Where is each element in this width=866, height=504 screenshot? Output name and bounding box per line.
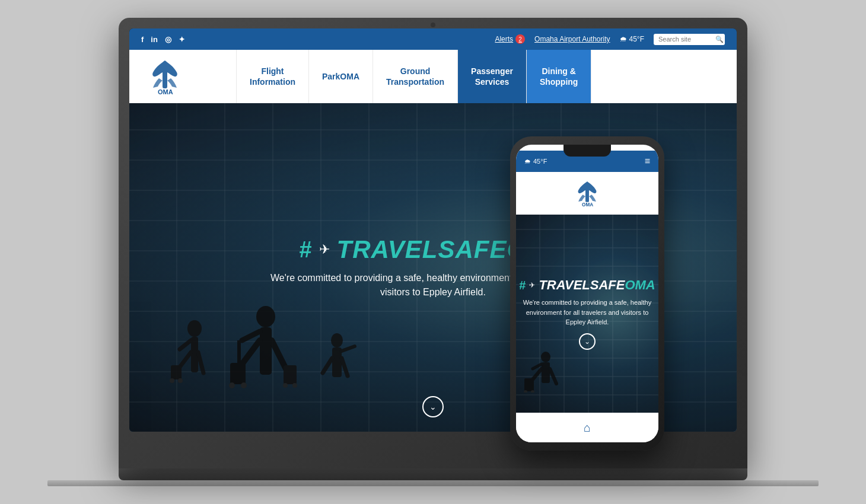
- phone-silhouette-svg: [522, 345, 581, 393]
- phone-hashtag-symbol: #: [519, 279, 526, 292]
- phone-weather-icon: 🌧: [524, 158, 531, 165]
- svg-point-25: [292, 383, 297, 388]
- scroll-down-icon: ⌄: [429, 402, 437, 412]
- svg-point-24: [283, 383, 288, 388]
- phone-scroll-icon: ⌄: [584, 337, 590, 346]
- svg-line-5: [180, 340, 191, 349]
- twitter-icon[interactable]: ✦: [179, 35, 185, 44]
- alerts-label: Alerts: [495, 35, 513, 43]
- hashtag-symbol: #: [299, 237, 311, 263]
- svg-line-29: [533, 369, 542, 379]
- nav-flight-info-label: FlightInformation: [250, 66, 295, 87]
- temperature: 45°F: [629, 35, 644, 43]
- svg-point-8: [178, 378, 183, 383]
- phone-logo-area: OMA: [516, 172, 658, 215]
- top-bar-right: Alerts 2 Omaha Airport Authority 🌧 45°F …: [495, 34, 725, 45]
- phone-bottom-icon: ⌂: [584, 421, 591, 435]
- nav-item-passenger-services[interactable]: PassengerServices: [458, 50, 527, 103]
- svg-point-15: [229, 382, 235, 388]
- phone-device: 🌧 45°F ≡ OMA: [510, 136, 664, 451]
- main-scene: f in ◎ ✦ Alerts 2 Omaha Airport Authorit…: [119, 18, 747, 486]
- phone-hero: # ✈ TravelSafeOMA We're committed to pro…: [516, 215, 658, 413]
- phone-menu-icon[interactable]: ≡: [645, 156, 650, 167]
- svg-line-30: [550, 369, 556, 384]
- nav-item-flight-info[interactable]: FlightInformation: [236, 50, 309, 103]
- phone-hero-content: # ✈ TravelSafeOMA We're committed to pro…: [519, 277, 655, 350]
- phone-subtitle: We're committed to providing a safe, hea…: [519, 298, 655, 327]
- svg-line-3: [180, 352, 191, 367]
- svg-line-11: [242, 340, 260, 364]
- facebook-icon[interactable]: f: [141, 35, 144, 44]
- weather-display: 🌧 45°F: [620, 35, 644, 43]
- phone-scroll-button[interactable]: ⌄: [579, 333, 596, 350]
- logo-area: OMA: [141, 56, 236, 97]
- phone-travel-safe-title: TravelSafeOMA: [539, 277, 655, 293]
- social-icons: f in ◎ ✦: [141, 35, 185, 44]
- weather-icon: 🌧: [620, 35, 627, 43]
- logo-svg: OMA: [141, 56, 189, 97]
- svg-line-20: [323, 358, 332, 373]
- svg-line-4: [198, 352, 203, 373]
- svg-text:OMA: OMA: [582, 202, 593, 208]
- travel-safe-part1: TravelSafe: [337, 235, 507, 263]
- svg-rect-10: [260, 327, 272, 375]
- authority-link[interactable]: Omaha Airport Authority: [534, 35, 610, 43]
- svg-rect-6: [171, 365, 182, 379]
- nav-parkoma-label: ParkOMA: [322, 71, 359, 82]
- phone-bottom-bar: ⌂: [516, 413, 658, 442]
- nav-dining-shopping-label: Dining &Shopping: [540, 66, 578, 87]
- nav-item-parkoma[interactable]: ParkOMA: [309, 50, 373, 103]
- nav-bar: OMA FlightInformation ParkOMA: [129, 50, 737, 103]
- svg-point-1: [187, 320, 202, 337]
- instagram-icon[interactable]: ◎: [165, 35, 171, 44]
- nav-links: FlightInformation ParkOMA GroundTranspor…: [236, 50, 725, 103]
- search-bar[interactable]: 🔍: [654, 34, 725, 45]
- logo-image[interactable]: OMA: [141, 56, 189, 97]
- svg-line-22: [342, 346, 355, 351]
- phone-temperature: 45°F: [533, 158, 547, 165]
- linkedin-icon[interactable]: in: [151, 35, 158, 44]
- phone-screen: 🌧 45°F ≡ OMA: [516, 145, 658, 442]
- svg-line-21: [342, 358, 348, 376]
- svg-rect-23: [284, 365, 297, 384]
- alerts-link[interactable]: Alerts 2: [495, 34, 525, 44]
- search-input[interactable]: [658, 36, 712, 43]
- alerts-badge: 2: [515, 34, 525, 44]
- phone-weather: 🌧 45°F: [524, 158, 547, 165]
- svg-point-18: [331, 333, 343, 347]
- svg-rect-14: [230, 363, 246, 384]
- svg-text:OMA: OMA: [158, 88, 173, 95]
- nav-ground-transport-label: GroundTransportation: [386, 66, 444, 87]
- svg-rect-28: [542, 362, 550, 383]
- svg-point-16: [241, 382, 247, 388]
- laptop-camera: [431, 23, 435, 27]
- phone-silhouette: [522, 345, 581, 395]
- phone-logo-svg: OMA: [569, 178, 605, 209]
- laptop-base: [119, 468, 747, 480]
- nav-item-ground-transport[interactable]: GroundTransportation: [373, 50, 458, 103]
- phone-notch: [563, 145, 611, 157]
- scroll-down-button[interactable]: ⌄: [422, 396, 444, 417]
- svg-point-27: [541, 352, 550, 362]
- phone-plane-icon: ✈: [529, 281, 535, 289]
- top-bar: f in ◎ ✦ Alerts 2 Omaha Airport Authorit…: [129, 28, 737, 50]
- table-surface: [47, 480, 819, 486]
- search-icon[interactable]: 🔍: [715, 36, 724, 43]
- svg-line-12: [272, 340, 286, 370]
- phone-hashtag-line: # ✈ TravelSafeOMA: [519, 277, 655, 293]
- nav-item-dining-shopping[interactable]: Dining &Shopping: [527, 50, 592, 103]
- nav-passenger-services-label: PassengerServices: [471, 66, 513, 87]
- svg-point-7: [170, 378, 174, 383]
- svg-rect-32: [524, 378, 534, 391]
- svg-point-9: [256, 306, 275, 327]
- plane-icon: ✈: [319, 242, 330, 257]
